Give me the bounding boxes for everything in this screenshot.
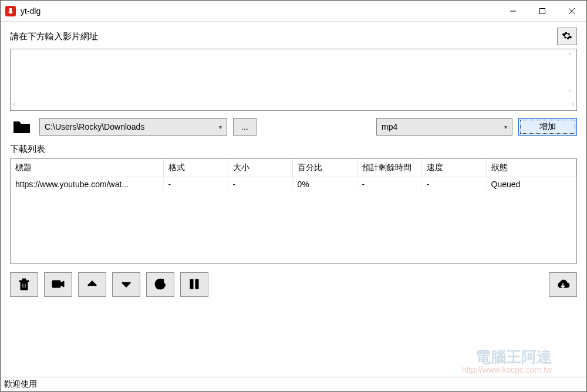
add-button[interactable]: 增加 [518, 118, 577, 136]
chevron-up-icon [85, 277, 99, 293]
save-path-combo[interactable]: C:\Users\Rocky\Downloads ▾ [39, 118, 227, 136]
col-title[interactable]: 標題 [11, 159, 163, 177]
chevron-down-icon: ▾ [219, 124, 222, 130]
col-percent[interactable]: 百分比 [292, 159, 357, 177]
url-input-container: ˄ ˅ ‹ › [10, 49, 577, 111]
pause-button[interactable] [180, 272, 208, 297]
cell-title: https://www.youtube.com/wat... [11, 177, 163, 192]
svg-rect-1 [540, 8, 545, 13]
format-combo[interactable]: mp4 ▾ [376, 118, 512, 136]
scroll-down-icon: ˅ [568, 89, 572, 97]
reload-icon [153, 277, 167, 293]
svg-rect-7 [190, 279, 193, 289]
format-value: mp4 [382, 122, 504, 131]
cell-eta: - [357, 177, 421, 192]
svg-rect-6 [52, 281, 60, 288]
video-icon [51, 277, 65, 293]
pause-icon [187, 277, 201, 293]
delete-button[interactable] [10, 272, 38, 297]
cell-size: - [228, 177, 292, 192]
scroll-up-icon: ˄ [568, 52, 572, 60]
cloud-download-icon [556, 277, 570, 293]
chevron-down-icon [119, 277, 133, 293]
window-title: yt-dlg [21, 6, 41, 16]
cell-speed: - [421, 177, 486, 192]
svg-rect-8 [195, 279, 198, 289]
table-header-row: 標題 格式 大小 百分比 預計剩餘時間 速度 狀態 [11, 159, 576, 177]
cell-percent: 0% [292, 177, 357, 192]
download-table: 標題 格式 大小 百分比 預計剩餘時間 速度 狀態 https://www.yo… [10, 158, 577, 264]
gear-icon [562, 31, 572, 43]
move-up-button[interactable] [78, 272, 106, 297]
status-bar: 歡迎使用 [1, 377, 586, 391]
app-icon [5, 6, 16, 16]
scrollbar-vertical[interactable]: ˄ ˅ [565, 50, 575, 99]
svg-rect-5 [25, 283, 26, 288]
titlebar: yt-dlg [1, 1, 586, 22]
video-button[interactable] [44, 272, 72, 297]
browse-button[interactable]: ... [233, 118, 257, 136]
col-size[interactable]: 大小 [228, 159, 292, 177]
download-list-label: 下載列表 [10, 144, 577, 155]
reload-button[interactable] [146, 272, 174, 297]
maximize-button[interactable] [528, 1, 557, 21]
url-input[interactable] [12, 50, 565, 99]
settings-button[interactable] [557, 28, 577, 45]
scroll-right-icon: › [572, 100, 574, 108]
svg-rect-4 [22, 283, 23, 288]
minimize-button[interactable] [498, 1, 528, 21]
chevron-down-icon: ▾ [504, 124, 507, 130]
cell-status: Queued [486, 177, 576, 192]
folder-icon [10, 118, 33, 136]
start-download-button[interactable] [549, 272, 577, 297]
col-eta[interactable]: 預計剩餘時間 [357, 159, 421, 177]
col-status[interactable]: 狀態 [486, 159, 576, 177]
col-speed[interactable]: 速度 [421, 159, 486, 177]
table-row[interactable]: https://www.youtube.com/wat...--0%--Queu… [11, 177, 576, 192]
app-window: yt-dlg 請在下方輸入影片網址 [0, 0, 587, 392]
scroll-left-icon: ‹ [13, 100, 15, 108]
cell-ext: - [163, 177, 228, 192]
close-button[interactable] [557, 1, 586, 21]
url-instruction-label: 請在下方輸入影片網址 [10, 31, 98, 42]
move-down-button[interactable] [112, 272, 140, 297]
save-path-value: C:\Users\Rocky\Downloads [45, 122, 219, 131]
scrollbar-horizontal[interactable]: ‹ › [12, 99, 575, 109]
col-ext[interactable]: 格式 [163, 159, 228, 177]
trash-icon [17, 277, 31, 293]
